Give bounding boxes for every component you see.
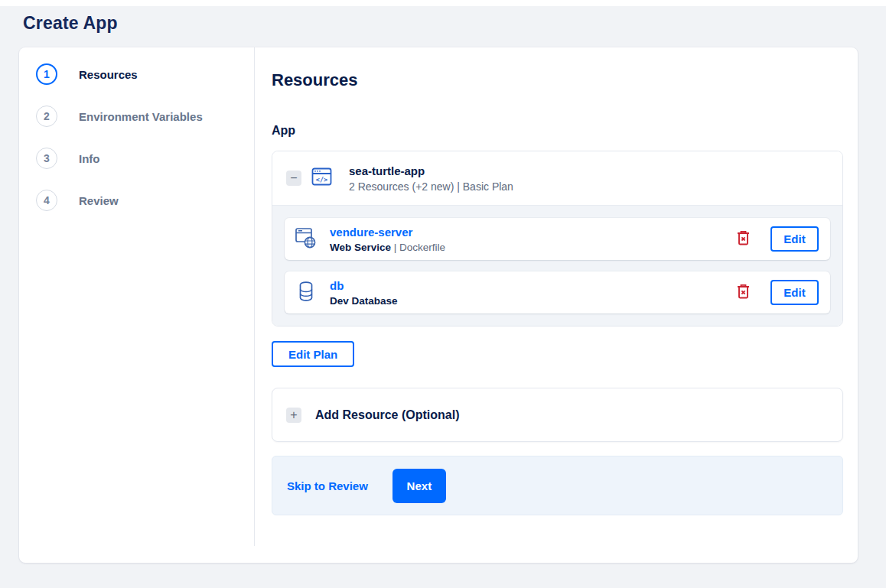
database-icon bbox=[295, 280, 317, 306]
resources-panel: Resources App − </> sea-turtle-app bbox=[255, 47, 858, 563]
svg-text:</>: </> bbox=[316, 175, 327, 183]
step-label: Info bbox=[79, 152, 100, 165]
resource-row: db Dev Database bbox=[285, 271, 830, 313]
resource-source: | Dockerfile bbox=[391, 242, 445, 253]
delete-resource-button[interactable] bbox=[735, 282, 751, 303]
resource-titles: db Dev Database bbox=[330, 279, 398, 307]
trash-icon bbox=[737, 230, 750, 248]
resources-heading: Resources bbox=[272, 70, 843, 90]
resource-name-link[interactable]: vendure-server bbox=[330, 226, 412, 239]
page-title: Create App bbox=[23, 13, 886, 34]
step-number-badge: 3 bbox=[36, 148, 57, 169]
plus-icon[interactable]: + bbox=[286, 408, 301, 423]
app-icon: </> bbox=[311, 167, 332, 190]
add-resource-section[interactable]: + Add Resource (Optional) bbox=[272, 388, 843, 442]
add-resource-label: Add Resource (Optional) bbox=[315, 408, 459, 422]
step-number-badge: 1 bbox=[36, 63, 57, 85]
step-number-badge: 4 bbox=[36, 190, 57, 211]
edit-resource-button[interactable]: Edit bbox=[770, 226, 819, 252]
edit-resource-button[interactable]: Edit bbox=[770, 280, 819, 305]
wizard-stepper: 1 Resources 2 Environment Variables 3 In… bbox=[19, 47, 255, 563]
resource-type: Web Service bbox=[330, 242, 391, 253]
step-info[interactable]: 3 Info bbox=[36, 148, 255, 169]
skip-to-review-link[interactable]: Skip to Review bbox=[287, 479, 368, 492]
collapse-app-button[interactable]: − bbox=[286, 171, 301, 186]
next-button[interactable]: Next bbox=[393, 469, 446, 503]
app-resources-list: vendure-server Web Service | Dockerfile bbox=[272, 206, 842, 326]
app-section-label: App bbox=[272, 124, 843, 138]
app-group-header: − </> sea-turtle-app 2 Resources (+2 new… bbox=[272, 151, 842, 206]
top-strip bbox=[0, 0, 886, 6]
app-titles: sea-turtle-app 2 Resources (+2 new) | Ba… bbox=[349, 164, 513, 193]
resource-subtitle: Web Service | Dockerfile bbox=[330, 242, 445, 253]
trash-icon bbox=[737, 284, 750, 301]
resource-subtitle: Dev Database bbox=[330, 295, 398, 307]
wizard-footer: Skip to Review Next bbox=[272, 456, 843, 515]
step-resources[interactable]: 1 Resources bbox=[36, 63, 255, 85]
step-review[interactable]: 4 Review bbox=[36, 190, 255, 211]
resource-type: Dev Database bbox=[330, 295, 398, 307]
app-name: sea-turtle-app bbox=[349, 164, 513, 177]
web-service-icon bbox=[295, 226, 317, 252]
step-number-badge: 2 bbox=[36, 106, 57, 127]
delete-resource-button[interactable] bbox=[735, 229, 751, 249]
step-label: Review bbox=[79, 194, 119, 207]
resource-titles: vendure-server Web Service | Dockerfile bbox=[330, 226, 445, 253]
app-meta: 2 Resources (+2 new) | Basic Plan bbox=[349, 180, 513, 193]
step-label: Environment Variables bbox=[79, 110, 203, 123]
edit-plan-button[interactable]: Edit Plan bbox=[272, 341, 354, 367]
app-group-card: − </> sea-turtle-app 2 Resources (+2 new… bbox=[272, 151, 843, 326]
create-app-card: 1 Resources 2 Environment Variables 3 In… bbox=[19, 47, 858, 563]
step-environment-variables[interactable]: 2 Environment Variables bbox=[36, 106, 255, 127]
step-label: Resources bbox=[79, 68, 138, 81]
resource-row: vendure-server Web Service | Dockerfile bbox=[285, 218, 830, 260]
resource-name-link[interactable]: db bbox=[330, 279, 344, 292]
